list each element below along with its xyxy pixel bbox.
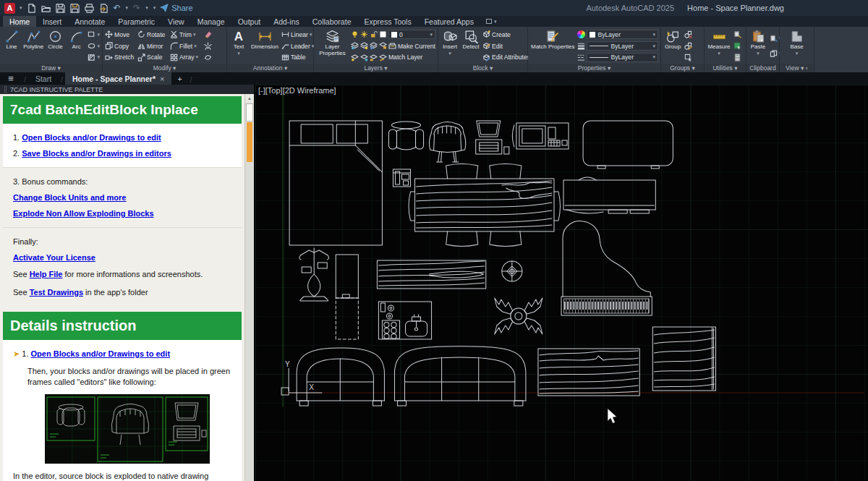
file-tab-document[interactable]: Home - Space Planner* × [65,72,171,85]
tab-featured-apps[interactable]: Featured Apps [418,16,480,27]
undo-caret-icon[interactable]: ▾ [126,5,129,11]
drawing-canvas[interactable]: [-] [Top] [2D Wireframe] [255,85,868,481]
link-help-file[interactable]: Help File [30,270,63,278]
logo-caret-icon[interactable]: ▾ [20,5,22,11]
light-fixture-block[interactable] [502,261,522,281]
group-button[interactable]: Group [663,28,682,64]
link-open-blocks[interactable]: Open Blocks and/or Drawings to edit [22,133,161,142]
linetype-dropdown[interactable]: ByLayer ▾ [587,53,658,62]
match-layer-button[interactable]: Match Layer [388,54,422,61]
undo-icon[interactable]: ↶ [114,4,121,12]
tab-express-tools[interactable]: Express Tools [357,16,417,27]
make-current-button[interactable]: Make Current [398,43,435,50]
trim-button[interactable]: Trim▾ [170,30,202,40]
panel-label-draw[interactable]: Draw ▾ [0,64,102,72]
id-point-button[interactable] [733,30,741,40]
link-test-drawings[interactable]: Test Drawings [30,288,83,297]
export-icon[interactable] [99,4,109,13]
polyline-button[interactable]: Polyline [23,28,43,64]
line-button[interactable]: Line [2,28,21,64]
panel-label-layers[interactable]: Layers ▾ [314,64,438,72]
table-button[interactable]: Table [281,52,314,62]
text-button[interactable]: A Text ▾ [229,28,248,64]
move-button[interactable]: Move [105,30,135,40]
drawing-viewport[interactable]: Y X [255,85,868,481]
match-properties-button[interactable]: Match Properties [530,28,575,64]
open-file-icon[interactable] [41,4,51,13]
dimension-button[interactable]: Dimension [250,28,279,64]
viewport-visual-style-control[interactable]: [2D Wireframe] [283,86,336,95]
layer-unlock-icon[interactable] [370,30,378,38]
tab-addins[interactable]: Add-ins [267,16,306,27]
create-block-button[interactable]: Create [482,30,535,40]
layer-on-icon[interactable] [351,30,359,38]
new-file-icon[interactable] [27,4,36,13]
panel-label-utilities[interactable]: Utilities ▾ [705,64,746,72]
palette-scrollbar[interactable]: ▲ [244,94,254,481]
layer-freeze-icon[interactable] [360,42,368,50]
copy-button[interactable]: Copy [105,41,135,51]
match-layer-icon[interactable] [379,54,387,61]
layer-unlock2-icon[interactable] [370,54,378,61]
edit-block-button[interactable]: Edit [482,41,535,51]
panel-label-modify[interactable]: Modify ▾ [103,64,226,72]
paste-button[interactable]: Paste ▾ [749,28,767,64]
edit-attributes-button[interactable]: Edit Attributes▾ [482,52,535,62]
tab-insert[interactable]: Insert [36,16,68,27]
layer-vpfreeze-icon[interactable] [360,54,368,61]
layer-thaw-icon[interactable] [360,30,368,38]
panel-label-clipboard[interactable]: Clipboard [746,64,779,72]
layer-isolate-icon[interactable] [351,42,359,50]
layer-lock-icon[interactable] [379,42,387,50]
ungroup-button[interactable] [684,30,692,40]
lineweight-dropdown[interactable]: ByLayer ▾ [587,41,658,51]
make-current-icon[interactable] [388,42,396,50]
circle-button[interactable]: Circle [46,28,64,64]
detect-button[interactable]: Detect [461,28,480,64]
panel-label-groups[interactable]: Groups ▾ [661,64,704,72]
panel-label-view[interactable]: View ▾ ▫ [780,64,814,72]
arc-button[interactable]: Arc [67,28,85,64]
scale-button[interactable]: Scale [137,52,168,62]
layer-off-icon[interactable] [370,42,378,50]
tab-collaborate[interactable]: Collaborate [306,16,358,27]
redo-icon[interactable]: ↷ [133,4,140,12]
group-edit-button[interactable] [684,41,692,51]
ellipse-button[interactable]: ▾ [88,41,100,51]
linear-dim-button[interactable]: Linear▾ [281,30,314,40]
blend-button[interactable] [204,52,216,62]
insert-block-button[interactable]: Insert ▾ [441,28,459,64]
palette-titlebar[interactable]: 7CAD INSTRUCTIVE PALETTE [0,85,254,94]
panel-label-annotation[interactable]: Annotation ▾ [227,64,313,72]
close-tab-icon[interactable]: × [160,75,164,83]
ribbon-display-options[interactable]: ▾ [480,16,503,27]
group-selection-button[interactable] [684,52,692,62]
fillet-button[interactable]: Fillet▾ [170,41,202,51]
scrollbar-thumb[interactable] [246,103,253,122]
save-as-icon[interactable] [70,4,80,13]
panel-label-properties[interactable]: Properties ▾ [528,64,660,72]
link-explode-blocks[interactable]: Explode Non Allow Exploding Blocks [13,209,154,218]
link-change-units[interactable]: Change Block Units and more [13,193,126,202]
tab-view[interactable]: View [161,16,191,27]
tab-annotate[interactable]: Annotate [68,16,111,27]
tab-manage[interactable]: Manage [191,16,231,27]
plot-icon[interactable] [85,4,94,13]
redo-caret-icon[interactable]: ▾ [145,5,148,11]
file-tab-menu-icon[interactable]: ≡ [0,72,22,85]
panel-label-block[interactable]: Block ▾ [438,64,527,72]
stretch-button[interactable]: Stretch [105,52,135,62]
link-open-blocks-detail[interactable]: Open Blocks and/or Drawings to edit [31,349,171,358]
scroll-up-icon[interactable]: ▲ [245,94,254,103]
tab-home[interactable]: Home [3,16,36,27]
file-tab-start[interactable]: Start [28,72,59,85]
new-tab-button[interactable]: + [171,72,187,85]
viewport-view-control[interactable]: [Top] [265,86,283,95]
measure-button[interactable]: Measure ▾ [707,28,731,64]
mirror-button[interactable]: Mirror [137,41,168,51]
share-button[interactable]: Share [160,4,192,12]
rectangle-button[interactable]: ▾ [88,30,100,40]
tab-parametric[interactable]: Parametric [111,16,161,27]
hatch-button[interactable]: ▾ [88,52,100,62]
base-view-button[interactable]: Base ▾ [788,28,807,64]
